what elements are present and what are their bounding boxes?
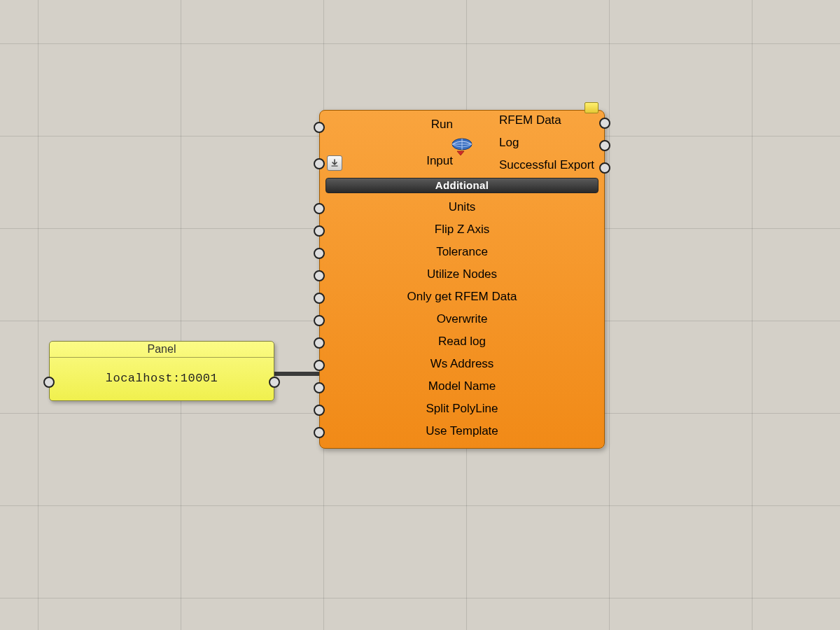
input-label-split-polyline: Split PolyLine <box>320 402 604 416</box>
input-label-tolerance: Tolerance <box>320 245 604 259</box>
panel-node[interactable]: Panel localhost:10001 <box>49 341 274 401</box>
input-label-read-log: Read log <box>320 335 604 349</box>
section-divider-additional: Additional <box>326 178 598 193</box>
input-label-overwrite: Overwrite <box>320 312 604 326</box>
component-header: Run Input RFEM Data Log Succ <box>320 111 604 178</box>
rfem-component[interactable]: Run Input RFEM Data Log Succ <box>319 110 605 449</box>
download-button[interactable] <box>327 155 342 171</box>
output-label-successful-export: Successful Export <box>499 158 604 172</box>
panel-output-port[interactable] <box>269 377 280 388</box>
panel-value[interactable]: localhost:10001 <box>50 358 274 400</box>
output-label-log: Log <box>499 136 604 150</box>
input-label-ws-address: Ws Address <box>320 357 604 371</box>
svg-marker-4 <box>457 151 464 155</box>
input-label-run: Run <box>320 118 453 132</box>
rfem-logo-icon <box>450 136 474 160</box>
panel-input-port[interactable] <box>43 377 55 388</box>
input-label-utilize-nodes: Utilize Nodes <box>320 267 604 281</box>
panel-title: Panel <box>50 342 274 358</box>
input-label-model-name: Model Name <box>320 379 604 393</box>
svg-rect-0 <box>332 166 338 167</box>
additional-inputs-list: Units Flip Z Axis Tolerance Utilize Node… <box>320 193 604 448</box>
input-label-flip-z-axis: Flip Z Axis <box>320 223 604 237</box>
output-label-rfem-data: RFEM Data <box>499 113 604 127</box>
wire-panel-to-component[interactable] <box>272 372 321 376</box>
download-arrow-icon <box>330 159 339 167</box>
input-label-units: Units <box>320 200 604 214</box>
input-label-only-get-rfem-data: Only get RFEM Data <box>320 290 604 304</box>
input-label-use-template: Use Template <box>320 424 604 438</box>
